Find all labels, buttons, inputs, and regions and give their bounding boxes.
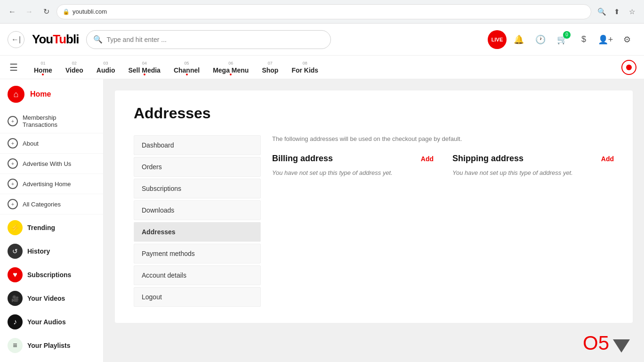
nav-num-video: 02 [72, 61, 77, 66]
add-user-button[interactable]: 👤+ [596, 30, 615, 49]
cart-button[interactable]: 🛒 0 [553, 30, 572, 49]
earnings-button[interactable]: $ [574, 30, 593, 49]
browser-search-button[interactable]: 🔍 [595, 5, 608, 18]
site-back-button[interactable]: ←| [8, 31, 24, 48]
live-button[interactable]: LIVE [488, 30, 507, 49]
left-sidebar: ⌂ Home + MembershipTransactions + About … [0, 79, 104, 362]
record-button[interactable] [621, 60, 636, 75]
nav-num-shop: 07 [268, 61, 273, 66]
sidebar-section-your-videos[interactable]: 🎥 Your Videos [0, 285, 103, 309]
clock-icon: 🕐 [535, 34, 546, 45]
bottom-watermark: O5 [583, 332, 630, 354]
nav-item-home[interactable]: 01 Home [27, 56, 59, 79]
menu-btn-addresses[interactable]: Addresses [134, 222, 261, 242]
advertise-plus-icon: + [8, 158, 18, 169]
back-arrow-icon: ←| [11, 35, 21, 44]
url-text: youtubli.com [72, 8, 585, 15]
menu-btn-logout[interactable]: Logout [134, 287, 261, 307]
gear-icon: ⚙ [623, 34, 631, 45]
trending-icon: ⚡ [8, 220, 23, 235]
sidebar-section-history[interactable]: ↺ History [0, 238, 103, 262]
nav-item-mega-menu[interactable]: 06 Mega Menu [206, 56, 255, 79]
home-circle-icon: ⌂ [8, 86, 24, 103]
nav-items: 01 Home 02 Video 03 Audio 04 Sell Media … [27, 56, 621, 79]
menu-btn-subscriptions[interactable]: Subscriptions [134, 179, 261, 198]
browser-chrome: ← → ↻ 🔒 youtubli.com 🔍 ⬆ ☆ [0, 0, 644, 24]
plus-circle-icon: + [8, 116, 18, 126]
user-add-icon: 👤+ [598, 34, 613, 45]
page-wrapper: ←| YouTubli 🔍 LIVE 🔔 🕐 🛒 0 [0, 24, 644, 362]
menu-btn-orders[interactable]: Orders [134, 157, 261, 177]
back-button[interactable]: ← [6, 5, 19, 18]
nav-label-for-kids: For Kids [291, 66, 318, 74]
logo-text: YouTubli [32, 32, 79, 47]
sidebar-item-membership-transactions[interactable]: + MembershipTransactions [0, 109, 103, 133]
address-bar[interactable]: 🔒 youtubli.com [56, 4, 591, 19]
main-area: ⌂ Home + MembershipTransactions + About … [0, 79, 644, 362]
sidebar-item-about[interactable]: + About [0, 133, 103, 154]
logo[interactable]: YouTubli [32, 32, 79, 47]
logo-you: You [32, 32, 53, 46]
nav-item-for-kids[interactable]: 08 For Kids [285, 56, 325, 79]
sidebar-item-about-label: About [23, 140, 39, 147]
site-header: ←| YouTubli 🔍 LIVE 🔔 🕐 🛒 0 [0, 24, 644, 56]
nav-label-home: Home [34, 66, 52, 74]
watermark-number: O5 [583, 332, 609, 354]
nav-item-video[interactable]: 02 Video [59, 56, 90, 79]
about-plus-icon: + [8, 138, 18, 148]
nav-item-channel[interactable]: 05 Channel [167, 56, 206, 79]
nav-item-shop[interactable]: 07 Shop [255, 56, 285, 79]
notifications-button[interactable]: 🔔 [509, 30, 528, 49]
home-label: Home [30, 90, 51, 99]
shipping-add-link[interactable]: Add [601, 155, 614, 163]
shipping-heading: Shipping address [452, 154, 523, 164]
browser-bookmark-button[interactable]: ☆ [625, 5, 638, 18]
sidebar-section-trending[interactable]: ⚡ Trending [0, 214, 103, 238]
billing-heading: Billing address [272, 154, 333, 164]
header-actions: LIVE 🔔 🕐 🛒 0 $ 👤+ ⚙ [488, 30, 636, 49]
sidebar-item-advertising-label: Advertising Home [23, 181, 71, 188]
search-bar[interactable]: 🔍 [86, 30, 331, 49]
nav-bar: ☰ 01 Home 02 Video 03 Audio 04 Sell Medi… [0, 56, 644, 79]
sidebar-section-subscriptions[interactable]: ♥ Subscriptions [0, 262, 103, 285]
nav-num-channel: 05 [185, 61, 189, 66]
settings-button[interactable]: ⚙ [618, 30, 636, 49]
sidebar-item-membership-label: MembershipTransactions [23, 114, 57, 128]
subscriptions-label: Subscriptions [27, 271, 71, 279]
billing-empty-text: You have not set up this type of address… [272, 169, 434, 176]
search-input[interactable] [106, 36, 324, 43]
menu-btn-dashboard[interactable]: Dashboard [134, 135, 261, 155]
content-area: Addresses Dashboard Orders Subscriptions… [104, 79, 644, 362]
browser-share-button[interactable]: ⬆ [610, 5, 623, 18]
sidebar-item-advertise-with-us[interactable]: + Advertise With Us [0, 154, 103, 174]
nav-num-home: 01 [40, 61, 45, 66]
nav-dot-sell-media [144, 74, 145, 75]
reload-button[interactable]: ↻ [40, 5, 53, 18]
sidebar-section-your-playlists[interactable]: ≡ Your Playlists [0, 332, 103, 356]
page-title: Addresses [134, 105, 614, 122]
browser-actions: 🔍 ⬆ ☆ [595, 5, 638, 18]
your-audios-icon: ♪ [8, 314, 23, 329]
hamburger-button[interactable]: ☰ [8, 60, 20, 75]
your-videos-label: Your Videos [27, 295, 65, 302]
billing-add-link[interactable]: Add [421, 155, 434, 163]
sidebar-home-item[interactable]: ⌂ Home [0, 79, 103, 109]
nav-num-mega-menu: 06 [228, 61, 233, 66]
your-videos-icon: 🎥 [8, 291, 23, 306]
sidebar-item-all-categories[interactable]: + All Categories [0, 194, 103, 214]
sidebar-section-your-audios[interactable]: ♪ Your Audios [0, 309, 103, 332]
forward-button[interactable]: → [23, 5, 36, 18]
address-notice: The following addresses will be used on … [272, 135, 614, 142]
history-button[interactable]: 🕐 [531, 30, 550, 49]
menu-btn-payment-methods[interactable]: Payment methods [134, 244, 261, 263]
record-icon [626, 65, 632, 70]
sidebar-item-all-categories-label: All Categories [23, 201, 61, 208]
sidebar-item-advertising-home[interactable]: + Advertising Home [0, 174, 103, 194]
menu-btn-account-details[interactable]: Account details [134, 265, 261, 285]
nav-item-sell-media[interactable]: 04 Sell Media [121, 56, 167, 79]
bell-icon: 🔔 [514, 34, 524, 45]
menu-btn-downloads[interactable]: Downloads [134, 200, 261, 220]
sidebar-item-advertise-label: Advertise With Us [23, 160, 71, 167]
logo-bli: bli [66, 32, 79, 46]
nav-item-audio[interactable]: 03 Audio [90, 56, 122, 79]
